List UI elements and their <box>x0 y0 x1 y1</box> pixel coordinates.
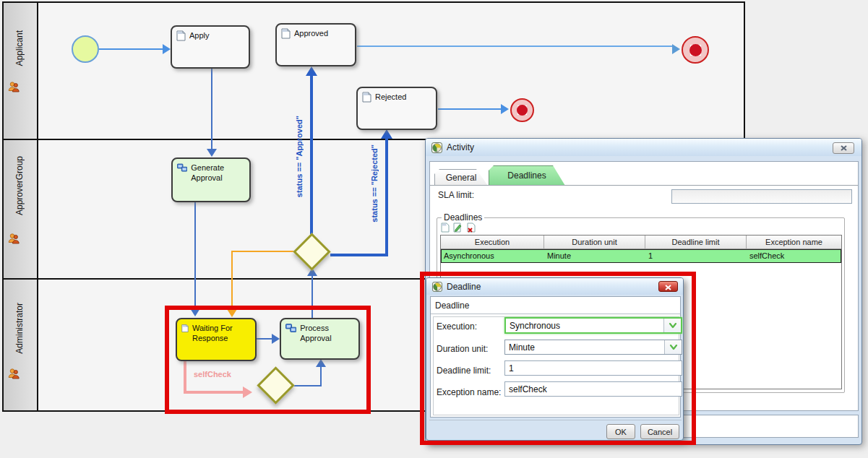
deadlines-table-header[interactable]: Execution Duration unit Deadline limit E… <box>441 236 841 249</box>
lane-actor-icon <box>8 81 20 95</box>
flow-condition-label-rejected: status == "Rejected" <box>370 144 379 222</box>
cell-exception-name: selfCheck <box>747 249 841 263</box>
task-label: Approved <box>294 28 328 39</box>
column-header[interactable]: Duration unit <box>544 236 645 249</box>
deadlines-group-label: Deadlines <box>442 212 484 222</box>
highlight-rectangle-diagram <box>165 306 371 414</box>
connector-icon <box>177 163 187 173</box>
task-generate-approval[interactable]: Generate Approval <box>171 157 251 202</box>
edit-deadline-icon[interactable] <box>452 222 463 233</box>
tab-baseline <box>430 185 858 186</box>
activity-dialog-title: Activity <box>447 142 474 152</box>
cell-execution: Asynchronous <box>441 249 544 263</box>
column-header[interactable]: Exception name <box>747 236 841 249</box>
document-icon <box>362 92 371 103</box>
column-header[interactable]: Deadline limit <box>645 236 747 249</box>
activity-dialog-titlebar[interactable]: Activity <box>426 139 861 156</box>
lane-label-administrator[interactable]: Administrator <box>14 303 25 354</box>
workflow-editor-screen: Applicant ApproverGroup Administrator <box>0 0 868 458</box>
lane-actor-icon <box>8 368 20 382</box>
end-event-inner-dot <box>689 44 702 56</box>
lane-actor-icon <box>8 233 20 247</box>
arrowhead <box>672 44 680 54</box>
delete-deadline-icon[interactable] <box>466 222 477 233</box>
document-icon <box>281 28 291 39</box>
cell-deadline-limit: 1 <box>645 249 747 263</box>
task-apply[interactable]: Apply <box>171 25 250 69</box>
sla-limit-input[interactable] <box>671 189 852 204</box>
arrowhead <box>306 66 317 76</box>
task-label: Apply <box>189 30 210 41</box>
lane-header-column: Applicant ApproverGroup Administrator <box>4 3 38 410</box>
end-event[interactable] <box>682 36 709 64</box>
lane-label-approvergroup[interactable]: ApproverGroup <box>14 156 25 215</box>
flow-loop-back[interactable] <box>232 251 294 252</box>
flow-apply-to-generate[interactable] <box>211 69 212 150</box>
column-header[interactable]: Execution <box>441 236 544 249</box>
arrowhead <box>163 44 171 54</box>
flow-start-to-apply[interactable] <box>99 48 164 50</box>
add-deadline-icon[interactable] <box>440 222 451 233</box>
flow-approved-to-end[interactable] <box>357 46 674 47</box>
highlight-rectangle-dialog <box>420 272 696 445</box>
flow-generate-to-waiting[interactable] <box>194 202 196 309</box>
flow-rejected-to-end[interactable] <box>438 108 503 110</box>
tab-deadlines[interactable]: Deadlines <box>489 165 565 186</box>
arrowhead <box>207 149 217 157</box>
close-icon[interactable] <box>833 142 854 154</box>
end-event[interactable] <box>510 98 534 122</box>
flow-gateway-to-approved[interactable] <box>310 74 313 236</box>
arrowhead <box>381 129 392 139</box>
flow-condition-label-approved: status == "Approved" <box>295 116 304 197</box>
sla-limit-label: SLA limit: <box>438 190 474 200</box>
lane-divider <box>4 139 37 140</box>
arrowhead <box>501 104 509 114</box>
table-row[interactable]: Asynchronous Minute 1 selfCheck <box>441 249 841 263</box>
start-event[interactable] <box>72 35 99 63</box>
document-icon <box>176 30 186 41</box>
end-event-inner-dot <box>517 105 528 116</box>
app-logo-icon <box>431 142 442 153</box>
task-rejected[interactable]: Rejected <box>356 87 437 130</box>
flow-loop-back[interactable] <box>231 251 233 310</box>
task-label: Generate Approval <box>191 163 246 183</box>
task-label: Rejected <box>375 92 406 103</box>
cell-duration-unit: Minute <box>544 249 645 263</box>
task-approved[interactable]: Approved <box>275 23 356 66</box>
lane-label-applicant[interactable]: Applicant <box>14 30 25 66</box>
lane-divider <box>4 278 37 280</box>
flow-gateway-to-rejected[interactable] <box>385 136 388 256</box>
flow-gateway-to-rejected[interactable] <box>330 254 388 256</box>
